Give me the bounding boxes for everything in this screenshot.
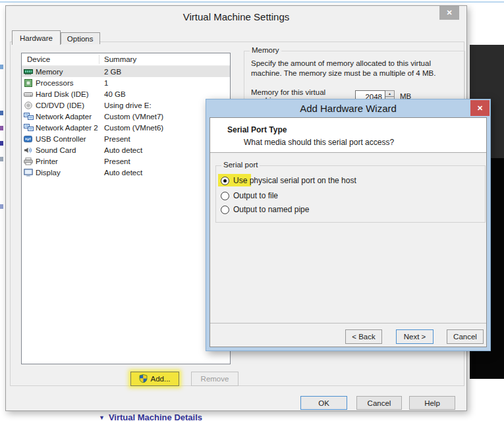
background-artifact: [0, 126, 3, 130]
tab-bar: Hardware Options: [12, 30, 100, 44]
hard-disk-icon: [24, 90, 34, 98]
chevron-down-icon: ▼: [99, 414, 105, 421]
printer-icon: [24, 157, 34, 165]
device-row-network-adapter[interactable]: Network Adapter Custom (VMnet7): [22, 111, 230, 122]
radio-icon: [221, 206, 229, 214]
device-summary: Auto detect: [104, 146, 142, 154]
device-list-header: Device Summary: [22, 53, 230, 66]
device-summary: Present: [104, 135, 130, 143]
back-button[interactable]: < Back: [345, 329, 382, 344]
spin-up-button[interactable]: ▲: [385, 90, 395, 97]
radio-output-to-file[interactable]: Output to file: [221, 191, 278, 200]
cancel-button[interactable]: Cancel: [356, 396, 402, 410]
wizard-footer: < Back Next > Cancel: [210, 323, 486, 347]
device-name: Processors: [36, 79, 74, 87]
device-summary: Auto detect: [104, 169, 142, 177]
close-icon: ✕: [446, 9, 452, 17]
device-name: Printer: [36, 157, 58, 165]
device-name: USB Controller: [36, 135, 86, 143]
background-artifact: [0, 65, 3, 69]
wizard-content: Serial Port Type What media should this …: [210, 117, 487, 347]
device-summary: 1: [104, 79, 108, 87]
network-adapter-icon: [24, 113, 34, 121]
device-name: Hard Disk (IDE): [36, 90, 89, 98]
device-row-usb-controller[interactable]: USB Controller Present: [22, 133, 230, 144]
tab-options[interactable]: Options: [61, 32, 100, 44]
sound-icon: [24, 146, 34, 154]
wizard-heading: Serial Port Type: [227, 125, 287, 134]
processor-icon: [24, 79, 34, 87]
wizard-header: Serial Port Type What media should this …: [210, 118, 486, 153]
background-artifact: [0, 204, 3, 209]
background-artifact: [0, 141, 3, 146]
background-artifact: [0, 111, 3, 115]
uac-shield-icon: [139, 374, 148, 384]
radio-icon: [221, 192, 229, 200]
memory-description: Specify the amount of memory allocated t…: [251, 59, 435, 78]
add-hardware-button[interactable]: Add...: [130, 372, 179, 386]
device-summary: Custom (VMnet6): [104, 124, 163, 132]
radio-label: Output to named pipe: [233, 205, 309, 214]
device-row-network-adapter-2[interactable]: Network Adapter 2 Custom (VMnet6): [22, 122, 230, 133]
display-icon: [24, 169, 34, 177]
network-adapter-icon: [24, 124, 34, 132]
chevron-up-icon: ▲: [388, 92, 391, 96]
screen: { "icons": { "close": "✕", "spin_up": "▲…: [0, 0, 504, 421]
radio-label: Use physical serial port on the host: [233, 176, 356, 185]
column-header-device[interactable]: Device: [27, 55, 50, 63]
dialog-title: Virtual Machine Settings: [6, 11, 466, 22]
device-name: CD/DVD (IDE): [36, 101, 84, 109]
device-summary: Present: [104, 157, 130, 165]
next-button[interactable]: Next >: [396, 329, 434, 344]
wizard-close-button[interactable]: ✕: [470, 100, 490, 116]
device-summary: Using drive E:: [104, 101, 152, 109]
device-row-sound-card[interactable]: Sound Card Auto detect: [22, 144, 230, 155]
device-summary: Custom (VMnet7): [104, 113, 163, 121]
memory-group-label: Memory: [250, 46, 281, 54]
device-summary: 2 GB: [104, 68, 121, 76]
virtual-machine-details-link[interactable]: ▼ Virtual Machine Details: [99, 412, 202, 421]
device-row-processors[interactable]: Processors 1: [22, 77, 230, 88]
device-name: Display: [36, 169, 61, 177]
device-name: Network Adapter: [36, 113, 92, 121]
device-row-display[interactable]: Display Auto detect: [22, 167, 230, 178]
serial-port-group: Serial port Use physical serial port on …: [215, 165, 486, 223]
radio-output-to-named-pipe[interactable]: Output to named pipe: [221, 205, 309, 214]
memory-icon: [24, 68, 34, 76]
usb-icon: [24, 135, 34, 143]
cd-dvd-icon: [24, 101, 34, 109]
device-summary: 40 GB: [104, 90, 126, 98]
remove-hardware-button[interactable]: Remove: [191, 372, 238, 386]
device-list: Device Summary Memory 2 GB Processors 1 …: [21, 53, 231, 364]
radio-use-physical-serial-port[interactable]: Use physical serial port on the host: [221, 176, 356, 185]
add-button-label: Add...: [150, 375, 170, 383]
wizard-title: Add Hardware Wizard: [206, 99, 490, 117]
device-name: Memory: [36, 68, 63, 76]
ok-button[interactable]: OK: [300, 396, 347, 410]
device-name: Sound Card: [36, 146, 76, 154]
background-artifact: [0, 157, 3, 161]
background-window-edge: [0, 1, 504, 3]
add-hardware-wizard-dialog: Add Hardware Wizard ✕ Serial Port Type W…: [206, 99, 491, 351]
device-row-printer[interactable]: Printer Present: [22, 155, 230, 167]
device-name: Network Adapter 2: [36, 124, 98, 132]
close-icon: ✕: [477, 104, 483, 113]
device-row-cd-dvd[interactable]: CD/DVD (IDE) Using drive E:: [22, 99, 230, 111]
tab-hardware[interactable]: Hardware: [12, 30, 61, 45]
serial-port-group-label: Serial port: [221, 161, 260, 169]
help-button[interactable]: Help: [409, 396, 455, 410]
wizard-subheading: What media should this serial port acces…: [244, 138, 394, 147]
radio-selected-icon: [221, 177, 229, 185]
details-link-label: Virtual Machine Details: [109, 412, 202, 421]
device-row-memory[interactable]: Memory 2 GB: [22, 66, 230, 77]
column-header-summary[interactable]: Summary: [104, 55, 136, 63]
settings-close-button[interactable]: ✕: [439, 6, 459, 20]
wizard-cancel-button[interactable]: Cancel: [447, 329, 484, 344]
device-row-hard-disk[interactable]: Hard Disk (IDE) 40 GB: [22, 88, 230, 99]
radio-label: Output to file: [233, 191, 278, 200]
